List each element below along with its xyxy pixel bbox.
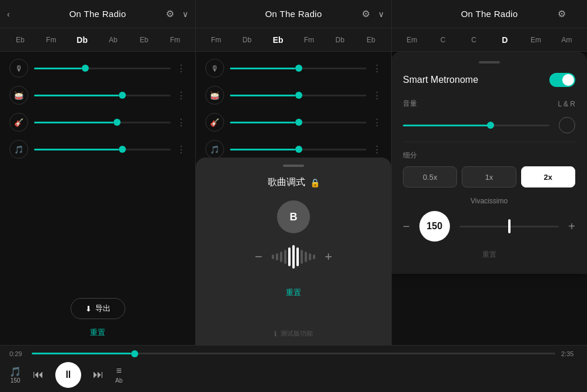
pitch-slider[interactable] <box>272 245 315 269</box>
progress-row: 0:29 2:35 <box>9 350 578 357</box>
track-row-4: 🎵 ⋮ <box>9 140 186 159</box>
metronome-header: Smart Metronome <box>403 73 575 87</box>
progress-track[interactable] <box>32 353 555 354</box>
metro-plus-button[interactable]: + <box>568 220 575 233</box>
slider-p2-3[interactable] <box>230 116 366 128</box>
chord-eb4[interactable]: Eb <box>364 36 378 44</box>
slider-p2-1[interactable] <box>230 62 366 74</box>
chord-fm1[interactable]: Fm <box>44 36 58 44</box>
track-dots-p2-1[interactable]: ⋮ <box>372 63 382 74</box>
music-icon-1[interactable]: 🎵 <box>9 140 28 159</box>
track-row-p2-1: 🎙 ⋮ <box>205 59 382 78</box>
slider-p2-4[interactable] <box>230 143 366 155</box>
slider-4[interactable] <box>34 143 171 155</box>
track-dots-4[interactable]: ⋮ <box>176 144 186 155</box>
metro-minus-button[interactable]: − <box>403 220 410 233</box>
track-dots-p2-3[interactable]: ⋮ <box>372 117 382 128</box>
guitar-icon-1[interactable]: 🎸 <box>9 113 28 132</box>
pause-button[interactable]: ⏸ <box>55 362 81 388</box>
key-circle[interactable]: B <box>277 200 310 233</box>
header-bar: ‹ On The Radio ⚙ ∨ On The Radio ⚙ ∨ On T… <box>0 0 587 28</box>
chord-ab1[interactable]: Ab <box>106 36 120 44</box>
modal-handle[interactable] <box>283 165 304 167</box>
panel1-reset[interactable]: 重置 <box>90 327 105 338</box>
panel1-bottom: ⬇ 导出 重置 <box>9 298 186 338</box>
subdivision-label: 细分 <box>403 150 575 160</box>
chord-em1[interactable]: Em <box>405 36 419 44</box>
back-chevron-1[interactable]: ‹ <box>7 9 10 19</box>
track-row-p2-4: 🎵 ⋮ <box>205 140 382 159</box>
slider-1[interactable] <box>34 62 171 74</box>
metronome-icon: 🎵 <box>9 366 21 377</box>
subdiv-2x[interactable]: 2x <box>521 166 575 187</box>
chord-am1[interactable]: Am <box>560 36 574 44</box>
chord-eb1[interactable]: Eb <box>13 36 27 44</box>
chord-eb2[interactable]: Eb <box>137 36 151 44</box>
track-dots-p2-2[interactable]: ⋮ <box>372 90 382 101</box>
header-title-2: On The Radio <box>265 9 322 19</box>
panel-2: 🎙 ⋮ 🥁 ⋮ 🎸 <box>196 52 392 345</box>
track-dots-2[interactable]: ⋮ <box>176 90 186 101</box>
header-section-3: On The Radio ⚙ <box>392 0 587 28</box>
chord-eb3[interactable]: Eb <box>271 35 285 45</box>
info-icon: ℹ <box>274 330 277 338</box>
track-row-3: 🎸 ⋮ <box>9 113 186 132</box>
chord-fm3[interactable]: Fm <box>209 36 223 44</box>
gear-icon-3[interactable]: ⚙ <box>558 8 566 19</box>
mic-icon-2[interactable]: 🎙 <box>205 59 224 78</box>
modal-footer: ℹ 测试版功能 <box>274 329 313 338</box>
drum-icon-1[interactable]: 🥁 <box>9 86 28 105</box>
drum-icon-2[interactable]: 🥁 <box>205 86 224 105</box>
subdiv-05x[interactable]: 0.5x <box>403 166 457 187</box>
volume-slider-row <box>403 117 575 133</box>
music-icon-2[interactable]: 🎵 <box>205 140 224 159</box>
export-button[interactable]: ⬇ 导出 <box>71 298 125 319</box>
guitar-icon-2[interactable]: 🎸 <box>205 113 224 132</box>
track-dots-3[interactable]: ⋮ <box>176 117 186 128</box>
metronome-handle[interactable] <box>479 61 500 63</box>
chord-em2[interactable]: Em <box>529 36 543 44</box>
gear-icon-1[interactable]: ⚙ <box>166 8 174 19</box>
modal-title-row: 歌曲调式 🔒 <box>268 176 320 189</box>
rewind-button[interactable]: ⏮ <box>33 368 44 381</box>
total-time: 2:35 <box>561 350 578 357</box>
volume-row: 音量 L & R <box>403 99 575 113</box>
chevron-down-icon-2[interactable]: ∨ <box>378 9 384 19</box>
bpm-value: 150 <box>11 377 21 384</box>
chord-section-2: Fm Db Eb Fm Db Eb <box>196 28 392 51</box>
modal-reset[interactable]: 重置 <box>286 287 301 298</box>
mic-icon-1[interactable]: 🎙 <box>9 59 28 78</box>
track-dots-p2-4[interactable]: ⋮ <box>372 144 382 155</box>
header-section-1: ‹ On The Radio ⚙ ∨ <box>0 0 196 28</box>
subdiv-1x[interactable]: 1x <box>462 166 516 187</box>
lr-circle[interactable] <box>559 117 575 133</box>
divider-1 <box>403 142 575 142</box>
chord-c1[interactable]: C <box>436 36 450 44</box>
pitch-minus[interactable]: − <box>255 249 262 264</box>
gear-icon-2[interactable]: ⚙ <box>362 8 370 19</box>
chord-dm1[interactable]: C <box>467 36 481 44</box>
chord-fm4[interactable]: Fm <box>302 36 316 44</box>
chord-db2[interactable]: Db <box>240 36 254 44</box>
key-display[interactable]: ≡ Ab <box>115 366 122 384</box>
track-dots-1[interactable]: ⋮ <box>176 63 186 74</box>
lock-icon[interactable]: 🔒 <box>310 178 320 187</box>
main-area: 🎙 ⋮ 🥁 ⋮ 🎸 <box>0 52 587 345</box>
chord-d1[interactable]: D <box>498 35 512 45</box>
metronome-toggle[interactable] <box>549 73 575 87</box>
chord-db1[interactable]: Db <box>75 35 89 45</box>
forward-button[interactable]: ⏭ <box>93 368 104 381</box>
bpm-display[interactable]: 🎵 150 <box>9 366 21 384</box>
metronome-title: Smart Metronome <box>403 75 478 85</box>
chord-db3[interactable]: Db <box>333 36 347 44</box>
slider-p2-2[interactable] <box>230 89 366 101</box>
chevron-down-icon-1[interactable]: ∨ <box>182 9 188 19</box>
slider-3[interactable] <box>34 116 171 128</box>
slider-2[interactable] <box>34 89 171 101</box>
vivace-label: Vivacissimo <box>403 197 575 205</box>
bpm-slider[interactable] <box>459 226 559 227</box>
pitch-plus[interactable]: + <box>325 249 332 264</box>
volume-slider[interactable] <box>403 125 549 126</box>
chord-fm2[interactable]: Fm <box>168 36 182 44</box>
metro-reset[interactable]: 重置 <box>403 250 575 260</box>
